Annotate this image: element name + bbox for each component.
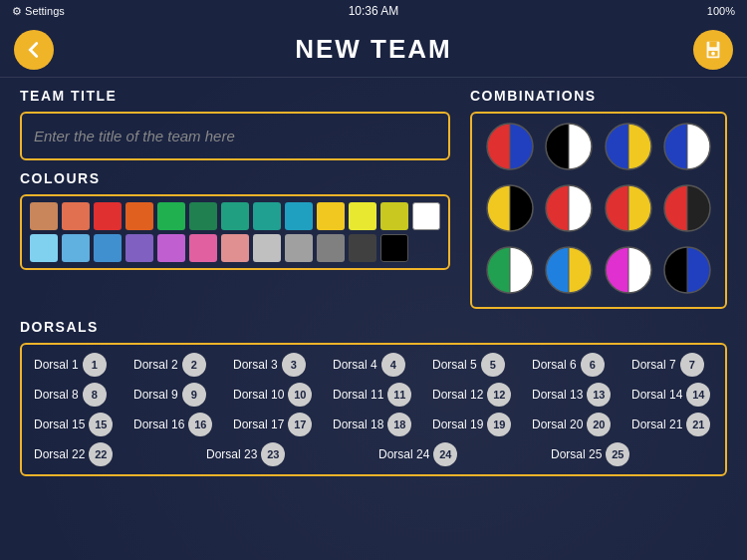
- dorsal-item[interactable]: Dorsal 1414: [631, 383, 721, 407]
- dorsal-item[interactable]: Dorsal 55: [432, 353, 522, 377]
- dorsal-number: 15: [89, 413, 113, 436]
- dorsal-label: Dorsal 25: [551, 447, 602, 461]
- dorsal-number: 25: [606, 442, 629, 466]
- dorsal-item[interactable]: Dorsal 1717: [233, 413, 323, 436]
- dorsal-item[interactable]: Dorsal 1818: [333, 413, 422, 436]
- colours-grid: [20, 194, 450, 270]
- combination-svg: [485, 122, 535, 171]
- combination-circle[interactable]: [544, 122, 594, 175]
- dorsal-item[interactable]: Dorsal 11: [34, 353, 124, 377]
- dorsal-item[interactable]: Dorsal 2020: [532, 413, 622, 436]
- dorsal-item[interactable]: Dorsal 1919: [432, 413, 522, 436]
- combination-svg: [662, 122, 712, 171]
- dorsal-item[interactable]: Dorsal 33: [233, 353, 323, 377]
- combination-circle[interactable]: [485, 183, 535, 237]
- dorsal-item[interactable]: Dorsal 22: [133, 353, 223, 377]
- dorsal-item[interactable]: Dorsal 2121: [631, 413, 721, 436]
- dorsal-number: 9: [182, 383, 206, 407]
- main-content: TEAM TITLE COLOURS COMBINATIONS DORSALS …: [0, 78, 747, 486]
- dorsal-item[interactable]: Dorsal 77: [631, 353, 721, 377]
- dorsal-item[interactable]: Dorsal 88: [34, 383, 124, 407]
- colour-swatch[interactable]: [317, 234, 345, 262]
- colour-row: [30, 202, 440, 230]
- combination-svg: [662, 183, 712, 233]
- status-bar-right: 100%: [707, 5, 735, 17]
- colour-swatch[interactable]: [157, 234, 185, 262]
- dorsal-item[interactable]: Dorsal 66: [532, 353, 622, 377]
- combination-circle[interactable]: [662, 122, 712, 175]
- colour-swatch[interactable]: [94, 202, 122, 230]
- dorsal-label: Dorsal 24: [378, 447, 429, 461]
- dorsal-item[interactable]: Dorsal 44: [333, 353, 422, 377]
- dorsal-label: Dorsal 19: [432, 418, 483, 431]
- colour-swatch[interactable]: [125, 234, 153, 262]
- colour-swatch[interactable]: [30, 234, 58, 262]
- header: NEW TEAM: [0, 22, 747, 78]
- colour-swatch[interactable]: [189, 234, 217, 262]
- colour-swatch[interactable]: [157, 202, 185, 230]
- colour-swatch[interactable]: [349, 234, 376, 262]
- dorsal-number: 8: [83, 383, 107, 407]
- dorsal-item[interactable]: Dorsal 2525: [551, 442, 713, 466]
- colour-swatch[interactable]: [253, 234, 281, 262]
- colour-swatch[interactable]: [380, 234, 408, 262]
- status-bar-time: 10:36 AM: [349, 4, 399, 18]
- dorsal-label: Dorsal 15: [34, 418, 85, 431]
- dorsal-number: 13: [587, 383, 611, 407]
- dorsal-item[interactable]: Dorsal 1515: [34, 413, 124, 436]
- dorsal-item[interactable]: Dorsal 1010: [233, 383, 323, 407]
- colours-label: COLOURS: [20, 170, 450, 186]
- combination-circle[interactable]: [544, 183, 594, 237]
- combination-circle[interactable]: [604, 122, 653, 175]
- settings-label: ⚙ Settings: [12, 5, 65, 18]
- back-button[interactable]: [14, 30, 54, 70]
- colour-swatch[interactable]: [30, 202, 58, 230]
- dorsal-item[interactable]: Dorsal 1111: [333, 383, 422, 407]
- combination-circle[interactable]: [485, 245, 535, 299]
- dorsals-grid: Dorsal 11Dorsal 22Dorsal 33Dorsal 44Dors…: [20, 343, 727, 476]
- combination-circle[interactable]: [544, 245, 594, 299]
- combination-circle[interactable]: [662, 183, 712, 237]
- colour-swatch[interactable]: [94, 234, 122, 262]
- colour-swatch[interactable]: [189, 202, 217, 230]
- colour-swatch[interactable]: [62, 202, 90, 230]
- dorsal-item[interactable]: Dorsal 2222: [34, 442, 196, 466]
- dorsal-number: 20: [587, 413, 611, 436]
- colour-swatch[interactable]: [285, 202, 313, 230]
- colour-swatch[interactable]: [317, 202, 345, 230]
- team-title-input[interactable]: [20, 112, 450, 160]
- colour-swatch[interactable]: [349, 202, 376, 230]
- dorsal-item[interactable]: Dorsal 1616: [133, 413, 223, 436]
- combinations-grid: [470, 112, 727, 309]
- dorsal-number: 14: [686, 383, 710, 407]
- dorsal-number: 4: [381, 353, 405, 377]
- colour-swatch[interactable]: [221, 234, 249, 262]
- colour-swatch[interactable]: [380, 202, 408, 230]
- colour-swatch[interactable]: [125, 202, 153, 230]
- dorsal-item[interactable]: Dorsal 2424: [378, 442, 541, 466]
- dorsal-number: 11: [387, 383, 411, 407]
- dorsal-number: 23: [261, 442, 285, 466]
- dorsal-label: Dorsal 10: [233, 388, 284, 402]
- colour-swatch[interactable]: [285, 234, 313, 262]
- combination-circle[interactable]: [485, 122, 535, 175]
- combination-svg: [485, 245, 535, 295]
- dorsal-label: Dorsal 9: [133, 388, 178, 402]
- team-title-section: TEAM TITLE COLOURS: [20, 88, 450, 309]
- colour-row: [30, 234, 440, 262]
- dorsal-item[interactable]: Dorsal 1313: [532, 383, 622, 407]
- combination-circle[interactable]: [662, 245, 712, 299]
- combination-circle[interactable]: [604, 183, 653, 237]
- colour-swatch[interactable]: [412, 202, 440, 230]
- colour-swatch[interactable]: [253, 202, 281, 230]
- dorsal-label: Dorsal 1: [34, 358, 79, 372]
- colour-swatch[interactable]: [62, 234, 90, 262]
- combination-circle[interactable]: [604, 245, 653, 299]
- colour-swatch[interactable]: [221, 202, 249, 230]
- dorsal-item[interactable]: Dorsal 99: [133, 383, 223, 407]
- dorsal-item[interactable]: Dorsal 2323: [206, 442, 369, 466]
- dorsal-number: 10: [288, 383, 312, 407]
- dorsal-number: 24: [433, 442, 457, 466]
- save-button[interactable]: [693, 30, 733, 70]
- dorsal-item[interactable]: Dorsal 1212: [432, 383, 522, 407]
